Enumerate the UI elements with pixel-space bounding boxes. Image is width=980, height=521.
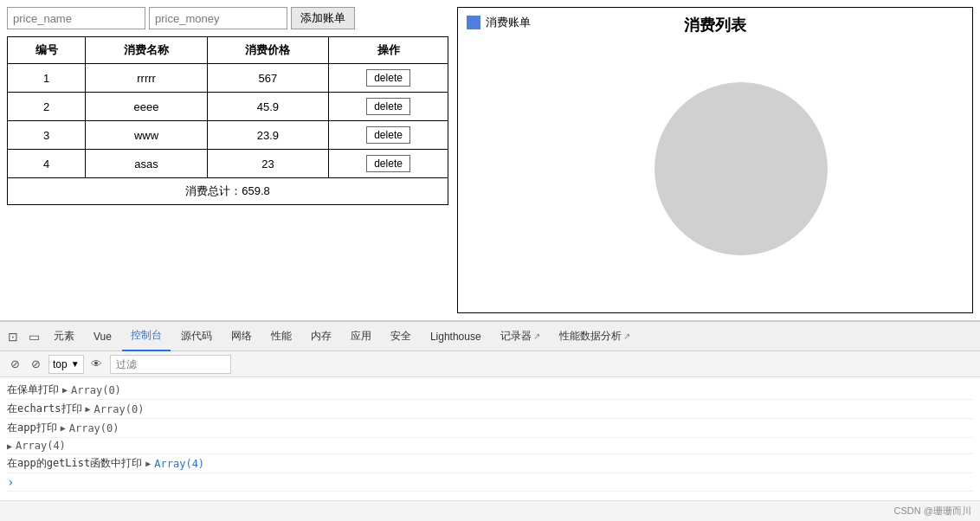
line5-array: Array(4) (154, 458, 204, 470)
table-row: 1 rrrrr 567 delete (8, 64, 448, 93)
inspect-icon[interactable]: ⊡ (3, 327, 23, 346)
legend-label: 消费账单 (486, 15, 531, 30)
col-name: 消费名称 (86, 37, 207, 64)
devtools-tab-内存[interactable]: 内存 (302, 322, 340, 351)
clear-console-icon[interactable]: ⊘ (7, 357, 23, 372)
eye-icon[interactable]: 👁 (89, 357, 105, 372)
console-line-1: 在保单打印 ▶ Array(0) (7, 381, 973, 400)
cell-id: 4 (8, 150, 86, 178)
cell-price: 567 (207, 64, 328, 93)
console-line-5: 在app的getList函数中打印 ▶ Array(4) (7, 454, 973, 473)
watermark: CSDN @珊珊而川 (894, 505, 971, 518)
devtools-tab-安全[interactable]: 安全 (382, 322, 420, 351)
cell-name: eeee (86, 93, 207, 121)
console-output: 在保单打印 ▶ Array(0) 在echarts打印 ▶ Array(0) 在… (0, 377, 980, 500)
stop-icon[interactable]: ⊘ (28, 357, 43, 372)
console-prompt-line: › (7, 473, 973, 492)
tabs-list: 元素Vue控制台源代码网络性能内存应用安全Lighthouse记录器↗性能数据分… (45, 322, 639, 351)
devtools-tab-记录器[interactable]: 记录器↗ (492, 322, 549, 351)
devtools-tabs-bar: ⊡ ▭ 元素Vue控制台源代码网络性能内存应用安全Lighthouse记录器↗性… (0, 322, 980, 351)
devtools-panel: ⊡ ▭ 元素Vue控制台源代码网络性能内存应用安全Lighthouse记录器↗性… (0, 320, 980, 521)
col-id: 编号 (8, 37, 86, 64)
total-cell: 消费总计：659.8 (8, 178, 448, 205)
delete-button[interactable]: delete (366, 69, 410, 87)
table-row: 4 asas 23 delete (8, 150, 448, 178)
devtools-tab-Lighthouse[interactable]: Lighthouse (422, 322, 490, 351)
cell-price: 23 (207, 150, 328, 178)
right-panel: 消费账单 消费列表 (457, 7, 973, 313)
legend-color-swatch (467, 16, 480, 29)
expense-table: 编号 消费名称 消费价格 操作 1 rrrrr 567 delete 2 eee… (7, 36, 448, 205)
col-price: 消费价格 (207, 37, 328, 64)
line5-label: 在app的getList函数中打印 (7, 456, 142, 471)
chart-title: 消费列表 (684, 15, 746, 35)
line3-label: 在app打印 (7, 421, 57, 435)
devtools-tab-应用[interactable]: 应用 (342, 322, 380, 351)
line2-label: 在echarts打印 (7, 402, 82, 416)
devtools-tab-控制台[interactable]: 控制台 (122, 322, 171, 351)
devtools-tab-元素[interactable]: 元素 (45, 322, 83, 351)
devtools-tab-性能数据分析[interactable]: 性能数据分析↗ (551, 322, 639, 351)
table-row: 2 eeee 45.9 delete (8, 93, 448, 121)
devtools-tab-源代码[interactable]: 源代码 (172, 322, 221, 351)
prompt-arrow: › (7, 475, 14, 489)
cell-name: rrrrr (86, 64, 207, 93)
price-name-input[interactable] (7, 7, 145, 29)
console-line-2: 在echarts打印 ▶ Array(0) (7, 400, 973, 419)
delete-button[interactable]: delete (366, 155, 410, 172)
devtools-bottom-bar: CSDN @珊珊而川 (0, 500, 980, 521)
devtools-tab-Vue[interactable]: Vue (85, 322, 120, 351)
filter-input[interactable] (110, 355, 231, 374)
cell-name: asas (86, 150, 207, 178)
devtools-tab-网络[interactable]: 网络 (222, 322, 261, 351)
cell-id: 2 (8, 93, 86, 121)
table-row: 3 www 23.9 delete (8, 121, 448, 150)
line3-array: Array(0) (69, 422, 119, 434)
cell-action: delete (329, 150, 448, 178)
line1-label: 在保单打印 (7, 383, 59, 397)
line4-arrow[interactable]: ▶ (7, 441, 12, 451)
delete-button[interactable]: delete (366, 98, 410, 115)
top-label: top (53, 358, 68, 370)
console-toolbar: ⊘ ⊘ top ▼ 👁 (0, 351, 980, 377)
add-account-button[interactable]: 添加账单 (291, 7, 355, 29)
cell-price: 45.9 (207, 93, 328, 121)
app-area: 添加账单 编号 消费名称 消费价格 操作 1 rrrrr 567 delete … (0, 0, 980, 320)
line4-array: Array(4) (16, 440, 66, 452)
device-icon[interactable]: ▭ (24, 327, 43, 346)
total-row: 消费总计：659.8 (8, 178, 448, 205)
chart-pie-circle (654, 82, 828, 255)
dropdown-arrow: ▼ (71, 359, 80, 369)
price-money-input[interactable] (149, 7, 287, 29)
line5-arrow[interactable]: ▶ (145, 459, 151, 468)
line2-arrow[interactable]: ▶ (86, 404, 91, 414)
line2-array: Array(0) (94, 403, 145, 415)
cell-id: 1 (8, 64, 86, 93)
console-line-4: ▶ Array(4) (7, 438, 973, 454)
input-row: 添加账单 (7, 7, 448, 29)
line1-arrow[interactable]: ▶ (62, 385, 68, 395)
line1-array: Array(0) (71, 384, 121, 396)
cell-action: delete (329, 121, 448, 150)
devtools-tab-性能[interactable]: 性能 (262, 322, 300, 351)
top-selector[interactable]: top ▼ (48, 355, 84, 374)
cell-action: delete (329, 93, 448, 121)
table-header-row: 编号 消费名称 消费价格 操作 (8, 37, 448, 64)
delete-button[interactable]: delete (366, 126, 410, 144)
cell-action: delete (329, 64, 448, 93)
col-action: 操作 (329, 37, 448, 64)
line3-arrow[interactable]: ▶ (61, 423, 66, 433)
cell-price: 23.9 (207, 121, 328, 150)
cell-name: www (86, 121, 207, 150)
left-panel: 添加账单 编号 消费名称 消费价格 操作 1 rrrrr 567 delete … (7, 7, 448, 313)
cell-id: 3 (8, 121, 86, 150)
console-line-3: 在app打印 ▶ Array(0) (7, 419, 973, 438)
